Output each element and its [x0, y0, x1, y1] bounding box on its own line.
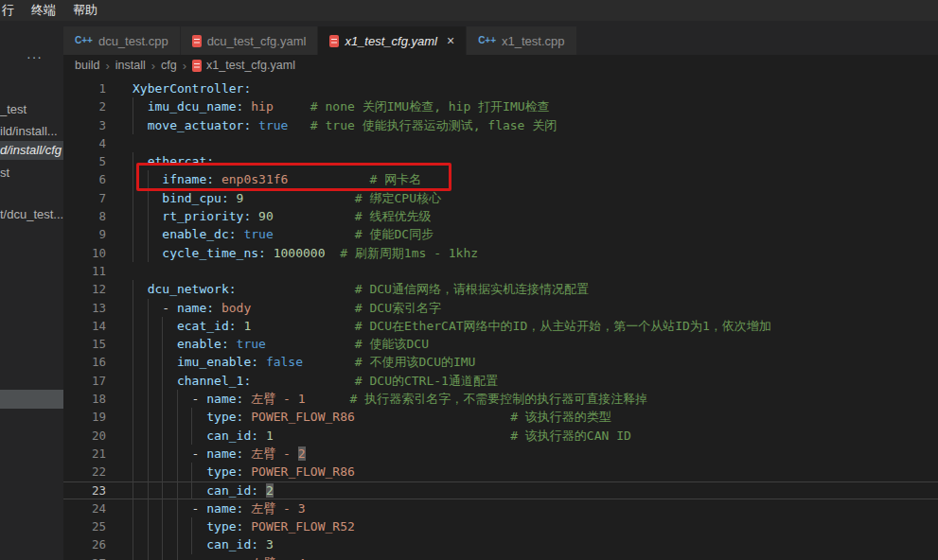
indent-guide: [133, 408, 133, 426]
code-line-8[interactable]: 8 rt_priority: 90 # 线程优先级: [63, 207, 938, 225]
sidebar-item[interactable]: ild/install...: [0, 122, 63, 141]
line-number[interactable]: 14: [63, 317, 133, 335]
line-number[interactable]: 27: [63, 554, 133, 560]
line-number[interactable]: 24: [63, 499, 133, 517]
indent-guide: [162, 499, 163, 517]
code-text: [133, 134, 938, 152]
indent-guide: [133, 427, 133, 445]
code-line-16[interactable]: 16 imu_enable: false # 不使用该DCU的IMU: [63, 353, 938, 371]
line-number[interactable]: 6: [63, 170, 133, 188]
menu-item[interactable]: 终端: [23, 0, 64, 21]
breadcrumb-item[interactable]: install: [115, 59, 146, 72]
line-number[interactable]: 7: [63, 189, 133, 207]
code-line-12[interactable]: 12 dcu_network: # DCU通信网络，请根据实机连接情况配置: [63, 280, 938, 298]
sidebar-item[interactable]: t/dcu_test...: [0, 205, 63, 224]
indent-guide: [133, 244, 133, 262]
line-number[interactable]: 11: [63, 262, 133, 280]
indent-guide: [133, 207, 133, 225]
line-number[interactable]: 19: [63, 408, 133, 426]
line-number[interactable]: 15: [63, 335, 133, 353]
indent-guide: [148, 225, 149, 243]
line-number[interactable]: 4: [63, 134, 133, 152]
code-text: XyberController:: [133, 79, 938, 97]
line-number[interactable]: 13: [63, 299, 133, 317]
line-number[interactable]: 17: [63, 372, 133, 390]
code-line-26[interactable]: 26 can_id: 3: [63, 535, 938, 553]
code-line-20[interactable]: 20 can_id: 1 # 该执行器的CAN ID: [63, 427, 938, 445]
indent-guide: [162, 535, 163, 553]
indent-guide: [133, 225, 133, 243]
indent-guide: [133, 372, 133, 390]
line-number[interactable]: 21: [63, 445, 133, 463]
line-number[interactable]: 1: [63, 79, 133, 97]
indent-guide: [133, 280, 133, 298]
code-line-27[interactable]: 27 - name: 左臂 - 4: [63, 554, 938, 560]
code-line-24[interactable]: 24 - name: 左臂 - 3: [63, 499, 938, 517]
indent-guide: [133, 554, 133, 560]
code-line-11[interactable]: 11: [63, 262, 938, 280]
line-number[interactable]: 8: [63, 207, 133, 225]
line-number[interactable]: 23: [63, 481, 133, 499]
code-line-1[interactable]: 1XyberController:: [63, 79, 938, 97]
line-number[interactable]: 2: [63, 97, 133, 115]
line-number[interactable]: 12: [63, 280, 133, 298]
code-line-4[interactable]: 4: [63, 134, 938, 152]
breadcrumb-file[interactable]: x1_test_cfg.yaml: [206, 59, 295, 72]
code-line-15[interactable]: 15 enable: true # 使能该DCU: [63, 335, 938, 353]
line-number[interactable]: 25: [63, 517, 133, 535]
indent-guide: [133, 116, 133, 134]
code-line-18[interactable]: 18 - name: 左臂 - 1 # 执行器索引名字，不需要控制的执行器可直接…: [63, 390, 938, 408]
indent-guide: [148, 535, 149, 553]
line-number[interactable]: 16: [63, 353, 133, 371]
indent-guide: [148, 445, 149, 463]
code-line-14[interactable]: 14 ecat_id: 1 # DCU在EtherCAT网络中的ID，从主站开始…: [63, 317, 938, 335]
code-editor[interactable]: 1XyberController:2 imu_dcu_name: hip # n…: [63, 76, 938, 560]
tab-label: x1_test.cpp: [502, 34, 565, 48]
code-line-19[interactable]: 19 type: POWER_FLOW_R86 # 该执行器的类型: [63, 408, 938, 426]
code-line-2[interactable]: 2 imu_dcu_name: hip # none 关闭IMU检查, hip …: [63, 97, 938, 115]
code-line-13[interactable]: 13 - name: body # DCU索引名字: [63, 299, 938, 317]
line-number[interactable]: 18: [63, 390, 133, 408]
menu-item[interactable]: 帮助: [64, 0, 106, 21]
breadcrumb: build›install›cfg›x1_test_cfg.yaml: [63, 55, 938, 76]
code-line-7[interactable]: 7 bind_cpu: 9 # 绑定CPU核心: [63, 189, 938, 207]
sidebar-item[interactable]: _test: [0, 100, 63, 119]
code-line-9[interactable]: 9 enable_dc: true # 使能DC同步: [63, 225, 938, 243]
line-number[interactable]: 9: [63, 225, 133, 243]
menu-item[interactable]: 行: [2, 0, 23, 21]
code-line-3[interactable]: 3 move_actuator: true # true 使能执行器运动测试, …: [63, 116, 938, 134]
line-number[interactable]: 26: [63, 535, 133, 553]
indent-guide: [133, 299, 133, 317]
indent-guide: [148, 189, 149, 207]
line-number[interactable]: 3: [63, 116, 133, 134]
code-text: imu_dcu_name: hip # none 关闭IMU检查, hip 打开…: [133, 97, 938, 115]
indent-guide: [162, 463, 163, 481]
code-text: cycle_time_ns: 1000000 # 刷新周期1ms - 1khz: [133, 244, 938, 262]
tab-x1_test.cpp[interactable]: C++x1_test.cpp: [467, 26, 575, 55]
tab-dcu_test_cfg.yaml[interactable]: dcu_test_cfg.yaml: [181, 26, 318, 55]
line-number[interactable]: 10: [63, 244, 133, 262]
code-text: move_actuator: true # true 使能执行器运动测试, fl…: [133, 116, 938, 134]
sidebar-item[interactable]: [0, 390, 63, 409]
sidebar-item[interactable]: d/install/cfg: [0, 141, 63, 160]
code-line-10[interactable]: 10 cycle_time_ns: 1000000 # 刷新周期1ms - 1k…: [63, 244, 938, 262]
close-icon[interactable]: ×: [447, 34, 454, 47]
code-line-22[interactable]: 22 type: POWER_FLOW_R86: [63, 463, 938, 481]
line-number[interactable]: 22: [63, 463, 133, 481]
indent-guide: [133, 517, 133, 535]
line-number[interactable]: 20: [63, 427, 133, 445]
more-actions-icon[interactable]: ···: [27, 49, 43, 64]
indent-guide: [162, 517, 163, 535]
code-line-17[interactable]: 17 channel_1: # DCU的CTRL-1通道配置: [63, 372, 938, 390]
code-line-21[interactable]: 21 - name: 左臂 - 2: [63, 445, 938, 463]
code-line-25[interactable]: 25 type: POWER_FLOW_R52: [63, 517, 938, 535]
breadcrumb-item[interactable]: build: [75, 59, 99, 72]
tab-x1_test_cfg.yaml[interactable]: x1_test_cfg.yaml×: [318, 26, 466, 55]
line-number[interactable]: 5: [63, 152, 133, 170]
breadcrumb-item[interactable]: cfg: [161, 59, 177, 72]
indent-guide: [177, 427, 178, 445]
indent-guide: [162, 335, 163, 353]
tab-dcu_test.cpp[interactable]: C++dcu_test.cpp: [63, 26, 180, 55]
sidebar-item[interactable]: st: [0, 164, 63, 183]
code-line-23[interactable]: 23 can_id: 2: [63, 481, 938, 499]
